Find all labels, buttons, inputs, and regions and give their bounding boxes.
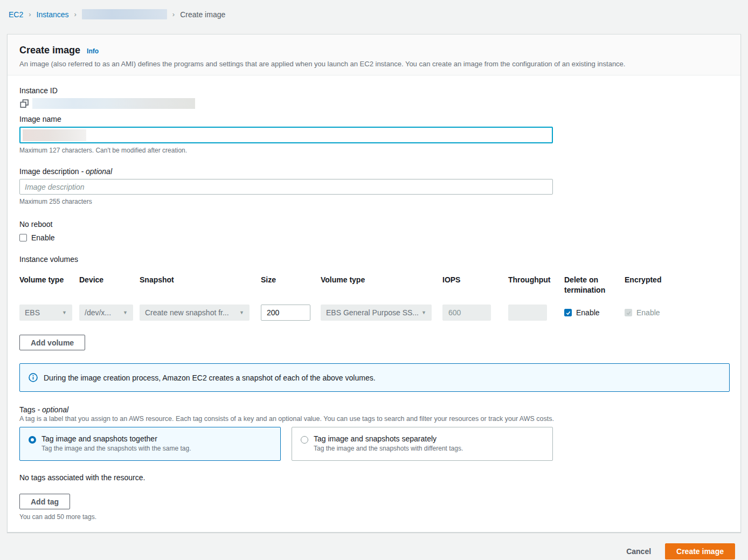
tag-option-tiles: Tag image and snapshots together Tag the…	[19, 427, 553, 461]
delete-on-termination-checkbox-row[interactable]: Enable	[564, 308, 618, 317]
encrypted-checkbox	[625, 309, 632, 316]
breadcrumb-instance-id-redacted[interactable]	[82, 9, 167, 19]
column-device: Device	[79, 275, 133, 285]
column-size: Size	[261, 275, 310, 285]
radio-selected-icon[interactable]	[29, 436, 36, 444]
volume-row: EBS▼ /dev/x...▼ Create new snapshot fr..…	[19, 305, 730, 321]
copy-icon[interactable]	[19, 99, 29, 108]
volume-type-select: EBS▼	[19, 305, 72, 321]
info-link[interactable]: Info	[87, 47, 99, 55]
no-tags-text: No tags associated with the resource.	[19, 473, 730, 482]
instance-id-label: Instance ID	[19, 86, 730, 95]
tag-separately-description: Tag the image and the snapshots with dif…	[314, 445, 463, 452]
column-throughput: Throughput	[508, 275, 547, 285]
image-description-input[interactable]	[19, 179, 553, 195]
image-description-helper: Maximum 255 characters	[19, 198, 730, 205]
image-name-input[interactable]	[19, 127, 553, 143]
tag-separately-tile[interactable]: Tag image and snapshots separately Tag t…	[292, 427, 553, 461]
snapshot-select: Create new snapshot fr...▼	[140, 305, 250, 321]
tag-together-title: Tag image and snapshots together	[41, 434, 191, 443]
breadcrumb-ec2-link[interactable]: EC2	[9, 10, 23, 19]
page-description: An image (also referred to as an AMI) de…	[19, 60, 730, 68]
image-name-label: Image name	[19, 115, 730, 123]
breadcrumb-current: Create image	[180, 10, 225, 19]
volume-type-2-select: EBS General Purpose SS...▼	[321, 305, 432, 321]
chevron-down-icon: ▼	[123, 310, 128, 315]
tag-separately-title: Tag image and snapshots separately	[314, 434, 463, 443]
delete-on-termination-checkbox[interactable]	[564, 309, 572, 316]
delete-on-termination-label: Enable	[576, 308, 600, 317]
tags-description: A tag is a label that you assign to an A…	[19, 415, 730, 423]
panel-header: Create image Info An image (also referre…	[8, 34, 740, 75]
cancel-button[interactable]: Cancel	[626, 547, 651, 556]
chevron-right-icon: ›	[74, 10, 77, 18]
footer-actions: Cancel Create image	[0, 543, 735, 559]
column-delete-on-termination: Delete on termination	[564, 275, 618, 295]
tags-label: Tags - optional	[19, 405, 730, 414]
no-reboot-label: No reboot	[19, 220, 730, 229]
column-iops: IOPS	[442, 275, 491, 285]
chevron-down-icon: ▼	[239, 310, 244, 315]
breadcrumb-instances-link[interactable]: Instances	[37, 10, 69, 19]
volumes-table-header: Volume type Device Snapshot Size Volume …	[19, 275, 730, 295]
image-description-label: Image description - optional	[19, 167, 730, 176]
no-reboot-checkbox-row[interactable]: Enable	[19, 233, 730, 242]
encrypted-label: Enable	[636, 308, 660, 317]
device-select: /dev/x...▼	[79, 305, 133, 321]
create-image-button[interactable]: Create image	[665, 543, 735, 559]
tags-helper: You can add 50 more tags.	[19, 513, 730, 521]
column-volume-type: Volume type	[19, 275, 72, 285]
instance-volumes-label: Instance volumes	[19, 255, 730, 264]
optional-suffix: - optional	[81, 167, 112, 176]
tag-together-tile[interactable]: Tag image and snapshots together Tag the…	[19, 427, 281, 461]
alert-text: During the image creation process, Amazo…	[44, 374, 376, 382]
add-tag-button[interactable]: Add tag	[19, 494, 70, 509]
breadcrumb: EC2 › Instances › › Create image	[0, 0, 748, 19]
encrypted-checkbox-row: Enable	[625, 308, 673, 317]
radio-unselected-icon[interactable]	[301, 436, 308, 444]
column-snapshot: Snapshot	[140, 275, 250, 285]
image-name-helper: Maximum 127 characters. Can't be modifie…	[19, 147, 730, 154]
tag-together-description: Tag the image and the snapshots with the…	[41, 445, 191, 452]
image-name-value-redacted	[23, 129, 86, 141]
no-reboot-checkbox[interactable]	[19, 234, 27, 241]
chevron-right-icon: ›	[172, 10, 175, 18]
panel-content: Instance ID Image name Maximum 127 chara…	[8, 75, 740, 532]
optional-suffix: - optional	[37, 405, 68, 414]
iops-input	[442, 305, 491, 321]
instance-id-value-redacted	[32, 98, 195, 109]
throughput-input	[508, 305, 547, 321]
info-alert: During the image creation process, Amazo…	[19, 363, 730, 392]
create-image-panel: Create image Info An image (also referre…	[7, 34, 741, 533]
size-input[interactable]	[261, 305, 310, 321]
column-volume-type-2: Volume type	[321, 275, 432, 285]
chevron-down-icon: ▼	[62, 310, 67, 315]
no-reboot-checkbox-label: Enable	[31, 233, 55, 242]
page-title: Create image	[19, 45, 80, 56]
add-volume-button[interactable]: Add volume	[19, 335, 85, 350]
chevron-right-icon: ›	[29, 10, 31, 18]
info-icon	[29, 373, 38, 382]
chevron-down-icon: ▼	[421, 310, 426, 315]
column-encrypted: Encrypted	[625, 275, 673, 285]
